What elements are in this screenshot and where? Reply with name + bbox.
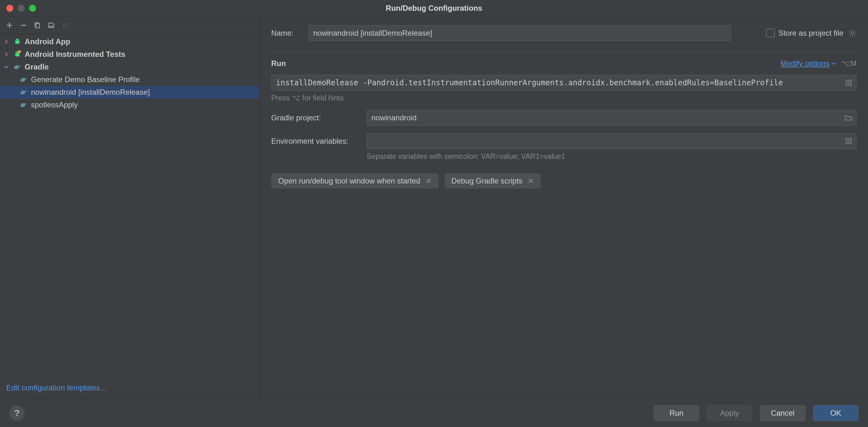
dialog-window: Run/Debug Configurations [0,0,868,427]
expand-icon[interactable] [845,138,852,145]
env-vars-hint: Separate variables with semicolon: VAR=v… [367,152,857,161]
add-config-button[interactable] [4,20,15,31]
tree-item-install-demo[interactable]: nowinandroid [installDemoRelease] [0,86,259,99]
gradle-project-label: Gradle project: [271,113,367,122]
gradle-icon [19,102,28,108]
modify-options-shortcut: ⌥M [841,59,857,68]
tree-item-spotless[interactable]: spotlessApply [0,99,259,111]
run-section-title: Run [271,59,286,68]
tree-label: Generate Demo Baseline Profile [31,75,140,84]
tree-label: spotlessApply [31,100,78,109]
sidebar: Android App Android Instrumented Tests [0,17,260,399]
save-config-button[interactable] [45,20,57,31]
edit-templates-link[interactable]: Edit configuration templates… [6,384,107,392]
tree-group-android-app[interactable]: Android App [0,35,259,48]
tasks-row: Press ⌥ for field hints [271,75,857,102]
gradle-project-input-wrap [367,110,857,126]
name-label: Name: [271,29,309,38]
svg-rect-1 [36,23,39,28]
tree-label: Android Instrumented Tests [25,50,125,59]
ok-button[interactable]: OK [813,405,859,421]
close-window-button[interactable] [6,5,13,12]
traffic-lights [6,5,36,12]
env-vars-row: Environment variables: Separate variable… [271,133,857,161]
env-vars-input[interactable] [367,133,857,149]
gradle-icon [19,76,28,83]
copy-config-button[interactable] [32,20,43,31]
apply-button: Apply [707,405,752,421]
folder-icon[interactable] [845,114,852,121]
chevron-right-icon [3,39,10,44]
chevron-down-icon [3,65,10,69]
window-title: Run/Debug Configurations [6,4,862,13]
store-as-project-file-checkbox[interactable] [766,29,775,38]
pill-label: Debug Gradle scripts [452,176,523,186]
svg-point-4 [16,53,17,53]
sidebar-toolbar [0,17,259,34]
pill-open-tool-window[interactable]: Open run/debug tool window when started … [271,173,439,189]
cancel-button[interactable]: Cancel [760,405,805,421]
help-button[interactable]: ? [9,405,25,421]
tree-label: Gradle [25,63,49,71]
chevron-down-icon [831,61,836,66]
run-button[interactable]: Run [654,405,699,421]
tree-item-generate-demo[interactable]: Generate Demo Baseline Profile [0,73,259,86]
tree-group-gradle[interactable]: Gradle [0,61,259,73]
svg-point-3 [18,40,19,41]
svg-point-2 [16,40,17,41]
store-as-project-file-label: Store as project file [779,29,843,38]
minimize-window-button [18,5,25,12]
tasks-hint: Press ⌥ for field hints [271,94,857,102]
main-area: Android App Android Instrumented Tests [0,17,868,399]
name-input[interactable] [309,25,731,41]
modify-options-label: Modify options [780,59,830,68]
pill-remove-icon[interactable]: ✕ [528,176,534,186]
dialog-footer: ? Run Apply Cancel OK [0,399,868,427]
sort-config-button [59,20,71,31]
pill-label: Open run/debug tool window when started [278,176,421,186]
run-section-header: Run Modify options ⌥M [271,59,857,68]
tree-label: nowinandroid [installDemoRelease] [31,88,150,97]
android-test-icon [13,50,22,59]
gradle-icon [19,89,28,95]
config-tree: Android App Android Instrumented Tests [0,34,259,377]
svg-point-7 [851,32,854,34]
svg-point-6 [18,50,21,53]
tasks-input[interactable] [271,75,857,91]
sidebar-footer: Edit configuration templates… [0,377,259,399]
gradle-project-row: Gradle project: [271,110,857,126]
name-row: Name: Store as project file [271,25,857,41]
tree-label: Android App [25,37,70,46]
gear-icon[interactable] [848,29,857,37]
env-vars-input-wrap [367,133,857,149]
divider [271,52,857,52]
option-pills: Open run/debug tool window when started … [271,173,857,189]
remove-config-button[interactable] [18,20,29,31]
tree-group-android-tests[interactable]: Android Instrumented Tests [0,48,259,61]
gradle-project-input[interactable] [367,110,857,126]
config-form: Name: Store as project file Run Modify o… [260,17,868,399]
title-bar: Run/Debug Configurations [0,0,868,17]
gradle-icon [13,64,22,70]
pill-remove-icon[interactable]: ✕ [426,176,432,186]
modify-options-link[interactable]: Modify options [780,59,836,68]
android-icon [13,38,22,46]
pill-debug-gradle[interactable]: Debug Gradle scripts ✕ [444,173,541,189]
maximize-window-button[interactable] [29,5,36,12]
chevron-right-icon [3,52,10,57]
tasks-input-wrap [271,75,857,91]
footer-buttons: Run Apply Cancel OK [654,405,859,421]
store-as-project-file-row[interactable]: Store as project file [766,29,857,38]
env-vars-label: Environment variables: [271,137,367,145]
expand-icon[interactable] [845,79,852,86]
